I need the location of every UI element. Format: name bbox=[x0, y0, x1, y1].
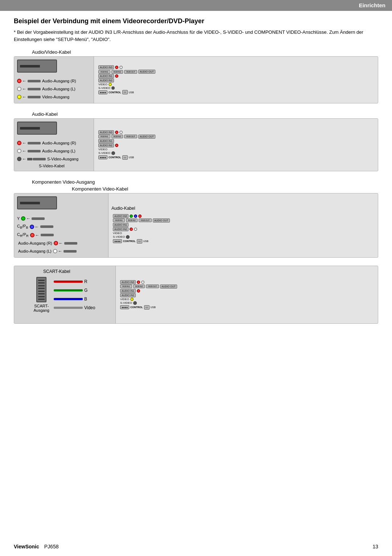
port-usb-4: ▭ bbox=[144, 305, 150, 310]
port-rgb-in1-3: RGB IN1 bbox=[113, 218, 125, 222]
prow-video-port-1: VIDEO bbox=[98, 83, 373, 86]
scart-kabel-label: SCART-Kabel bbox=[43, 269, 70, 274]
diagram1: Audio/Video-Kabel ← Audio-Ausgang (R) bbox=[14, 49, 378, 103]
label-audio-r-1: Audio-Ausgang (R) bbox=[42, 79, 76, 83]
conn-row-y-3: Y ← bbox=[17, 216, 105, 221]
port-rgb-out-4: RGB OUT bbox=[146, 285, 159, 288]
conn-row-audio-l-2: ← Audio-Ausgang (L) bbox=[17, 148, 90, 154]
label-svideo-4: S-VIDEO bbox=[120, 301, 132, 304]
label-audio-l-3: Audio-Ausgang (L) bbox=[18, 249, 52, 253]
port-audio-in2-2: AUDIO IN2 bbox=[98, 143, 114, 147]
connector-green-3 bbox=[21, 216, 25, 221]
p-circ-r1 bbox=[115, 66, 118, 69]
audio-kabel-label-3: Audio-Kabel bbox=[111, 206, 375, 211]
prow-audio-in3: AUDIO IN3 bbox=[98, 65, 373, 69]
wire-r-label: R bbox=[84, 279, 87, 284]
label-usb-2: USB bbox=[129, 156, 134, 159]
wire-b: B bbox=[54, 297, 95, 302]
diagram3: Komponenten Video-Ausgang Komponenten Vi… bbox=[14, 179, 378, 258]
port-rgb-in2-3: RGB IN2 bbox=[126, 218, 138, 222]
cable-green-3 bbox=[32, 217, 45, 220]
vcr-device-1 bbox=[17, 60, 57, 73]
diagram2: Audio-Kabel ← Audio-Ausgang (R) ← bbox=[14, 111, 378, 171]
conn-row-video-1: ← Video-Ausgang bbox=[17, 94, 90, 99]
connector-red-3 bbox=[30, 233, 34, 237]
diagram2-box: ← Audio-Ausgang (R) ← Audio-Ausgang (L) … bbox=[14, 118, 378, 171]
diagram1-right: AUDIO IN3 RGB IN1 RGB IN2 RGB OUT AUDIO … bbox=[94, 57, 378, 103]
diagram3-label1: Komponenten Video-Ausgang bbox=[32, 179, 378, 185]
connector-yellow-1 bbox=[17, 95, 21, 99]
diagram2-left: ← Audio-Ausgang (R) ← Audio-Ausgang (L) … bbox=[14, 119, 94, 171]
diagram3-label2: Komponenten Video-Kabel bbox=[72, 186, 378, 192]
label-audio-r-2: Audio-Ausgang (R) bbox=[42, 141, 76, 145]
cable-al-3 bbox=[64, 250, 77, 253]
port-audio-in2-1: AUDIO IN2 bbox=[98, 78, 114, 82]
label-usb-3: USB bbox=[143, 240, 148, 242]
port-rgb-in1-2: RGB IN1 bbox=[98, 135, 110, 138]
connector-sv-2 bbox=[17, 157, 21, 161]
label-cr-3: CR/PR bbox=[17, 232, 29, 238]
conn-row-audio-r-3: Audio-Ausgang (R) ← bbox=[17, 241, 105, 246]
connector-red-1 bbox=[17, 79, 21, 83]
label-video-1: Video-Ausgang bbox=[42, 95, 69, 99]
prow-rgb-1: RGB IN1 RGB IN2 RGB OUT AUDIO OUT bbox=[98, 70, 373, 74]
conn-row-audio-r-2: ← Audio-Ausgang (R) bbox=[17, 140, 90, 146]
label-audio-l-2: Audio-Ausgang (L) bbox=[42, 149, 75, 153]
p-circ-y1 bbox=[109, 83, 112, 86]
diagram2-right: AUDIO IN3 RGB IN1 RGB IN2 RGB OUT AUDIO … bbox=[94, 119, 378, 171]
wire-g-label: G bbox=[84, 288, 87, 293]
scart-connector bbox=[36, 277, 46, 302]
cable-white-1 bbox=[28, 88, 41, 90]
port-usb-2: ▭ bbox=[122, 155, 128, 160]
port-rgb-out-1: RGB OUT bbox=[124, 70, 137, 74]
intro-text: * Bei der Vorgabeeinstellung ist der AUD… bbox=[14, 29, 378, 43]
p-circ-r1b bbox=[115, 74, 118, 78]
wire-video: Video bbox=[54, 305, 95, 310]
prow-audio-in1-1: AUDIO IN1 bbox=[98, 74, 373, 78]
label-scart-ausgang: SCART-Ausgang bbox=[34, 304, 49, 312]
diagram4-right: AUDIO IN3 RGB IN1 RGB IN2 RGB OUT AUDIO … bbox=[116, 266, 378, 323]
port-rgb-in1-4: RGB IN1 bbox=[120, 285, 132, 288]
cable-sv-2 bbox=[27, 158, 32, 160]
conn-row-audio-l-1: ← Audio-Ausgang (L) bbox=[17, 86, 90, 91]
conn-row-svideo-2: ← S-Video-Ausgang bbox=[17, 156, 90, 162]
wire-r: R bbox=[54, 279, 95, 284]
scart-wires: SCART-Kabel R G B Video bbox=[54, 279, 95, 310]
label-usb-4: USB bbox=[151, 306, 156, 308]
port-control-4: ●●●● bbox=[120, 305, 129, 309]
port-audio-in1-4: AUDIO IN1 bbox=[120, 289, 136, 293]
port-audio-in1-2: AUDIO IN1 bbox=[98, 139, 114, 143]
diagram1-left: ← Audio-Ausgang (R) ← Audio-Ausgang (L) … bbox=[14, 57, 94, 103]
diagram4: SCART-Ausgang SCART-Kabel R G B bbox=[14, 266, 378, 324]
cable-yellow-1 bbox=[28, 96, 41, 98]
diagram4-left: SCART-Ausgang SCART-Kabel R G B bbox=[14, 266, 116, 323]
label-video-2: VIDEO bbox=[98, 148, 107, 151]
cable-blue-3 bbox=[40, 225, 53, 228]
wire-g: G bbox=[54, 288, 95, 293]
label-usb-1: USB bbox=[129, 91, 134, 94]
label-video-4: VIDEO bbox=[120, 298, 129, 301]
page-title: Beispiel der Verbindung mit einem Videor… bbox=[14, 17, 378, 25]
diagram4-box: SCART-Ausgang SCART-Kabel R G B bbox=[14, 266, 378, 324]
footer-model: PJ658 bbox=[44, 544, 59, 549]
cable-red-3 bbox=[41, 234, 54, 236]
label-svideo-1: S-VIDEO bbox=[98, 86, 110, 90]
label-audio-r-3: Audio-Ausgang (R) bbox=[18, 241, 52, 245]
footer-brand: ViewSonic bbox=[14, 544, 39, 549]
prow-control-1: ●●●● CONTROL ▭ USB bbox=[98, 90, 373, 94]
prow-audio-in2-1: AUDIO IN2 bbox=[98, 78, 373, 82]
wire-video-label: Video bbox=[84, 305, 95, 310]
wire-b-label: B bbox=[84, 297, 87, 302]
connector-white-1 bbox=[17, 87, 21, 91]
port-audio-in3-1: AUDIO IN3 bbox=[98, 65, 114, 69]
conn-row-cr-3: CR/PR ← bbox=[17, 232, 105, 238]
label-control-4: CONTROL bbox=[130, 306, 143, 308]
conn-row-audio-l-3: Audio-Ausgang (L) ← bbox=[17, 249, 105, 254]
projector-panel-4: AUDIO IN3 RGB IN1 RGB IN2 RGB OUT AUDIO … bbox=[119, 278, 375, 311]
label-video-port-1: VIDEO bbox=[98, 83, 107, 86]
vcr-device-2 bbox=[17, 122, 57, 135]
page-footer: ViewSonic PJ658 13 bbox=[14, 544, 378, 549]
diagram3-right: Audio-Kabel AUDIO IN3 RGB IN1 RGB IN2 RG… bbox=[109, 193, 378, 257]
connector-r-3 bbox=[54, 241, 58, 245]
label-svideo-2: S-VIDEO bbox=[98, 151, 110, 155]
